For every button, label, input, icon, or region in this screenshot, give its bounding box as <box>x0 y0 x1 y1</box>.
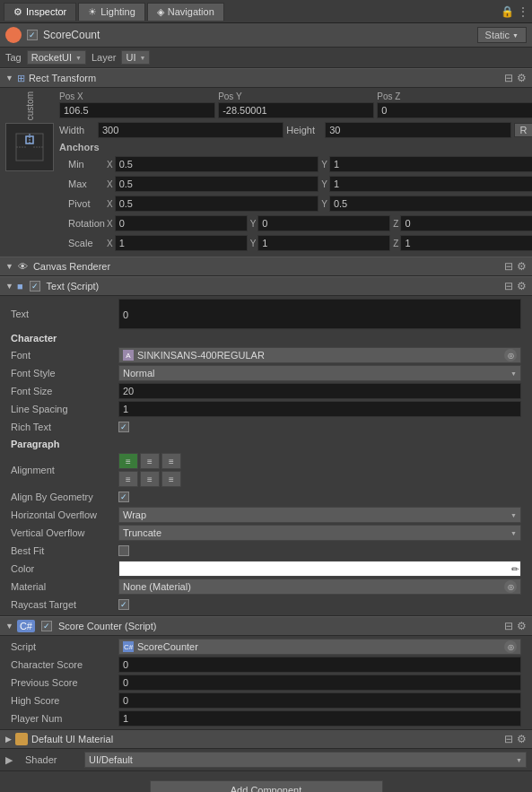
rich-text-checkbox[interactable] <box>118 422 129 432</box>
script-select-button[interactable]: ◎ <box>504 640 517 653</box>
rotation-z-input[interactable] <box>400 215 532 231</box>
high-score-input[interactable] <box>118 692 521 709</box>
align-bottom-right-btn[interactable]: ≡ <box>161 471 181 487</box>
font-size-label: Font Size <box>11 386 118 396</box>
pos-y-col: Pos Y <box>218 91 374 118</box>
lock-icon[interactable]: 🔒 <box>501 5 514 18</box>
align-top-left-btn[interactable]: ≡ <box>118 453 138 469</box>
best-fit-label: Best Fit <box>11 545 118 556</box>
material-select-button[interactable]: ◎ <box>504 580 517 593</box>
object-enabled-checkbox[interactable] <box>27 30 38 40</box>
canvas-renderer-menu-icon[interactable]: ⊟ <box>504 260 513 273</box>
canvas-renderer-settings-icon[interactable]: ⚙ <box>517 260 527 273</box>
shader-expand-icon[interactable]: ▶ <box>5 754 20 766</box>
default-ui-material-section-header[interactable]: ▶ Default UI Material ⊟ ⚙ <box>0 730 532 749</box>
pos-z-label: Pos Z <box>377 91 532 101</box>
pos-y-input[interactable] <box>218 102 374 118</box>
color-field[interactable]: ✏ <box>118 561 521 577</box>
player-num-input[interactable] <box>118 710 521 727</box>
pivot-y-input[interactable] <box>329 196 532 212</box>
horizontal-overflow-dropdown[interactable]: Wrap <box>118 507 521 523</box>
material-field[interactable]: None (Material) ◎ <box>118 579 521 595</box>
anchor-min-y-input[interactable] <box>329 156 532 172</box>
static-button[interactable]: Static ▼ <box>477 27 527 43</box>
alignment-row: Alignment ≡ ≡ ≡ ≡ ≡ ≡ <box>5 452 527 488</box>
add-component-button[interactable]: Add Component <box>150 780 383 792</box>
anchor-max-y-input[interactable] <box>329 176 532 192</box>
scale-z-input[interactable] <box>400 235 532 251</box>
default-ui-material-menu-icon[interactable]: ⊟ <box>504 733 513 745</box>
score-counter-menu-icon[interactable]: ⊟ <box>504 620 513 632</box>
font-style-dropdown[interactable]: Normal <box>118 365 521 381</box>
tab-lighting[interactable]: ☀ Lighting <box>78 3 145 21</box>
character-header: Character <box>5 330 527 346</box>
pos-z-input[interactable] <box>377 102 532 118</box>
anchor-preset-icon[interactable] <box>5 123 54 171</box>
add-component-area: Add Component <box>0 771 532 792</box>
canvas-renderer-eye-icon[interactable]: 👁 <box>17 260 30 273</box>
text-script-settings-icon[interactable]: ⚙ <box>517 280 527 292</box>
align-top-right-btn[interactable]: ≡ <box>161 453 181 469</box>
canvas-renderer-collapse-icon: ▼ <box>5 262 13 271</box>
score-counter-enabled-checkbox[interactable] <box>41 621 52 631</box>
font-style-label: Font Style <box>11 368 118 379</box>
vertical-overflow-dropdown[interactable]: Truncate <box>118 525 521 541</box>
tag-dropdown[interactable]: RocketUI <box>27 50 86 65</box>
navigation-tab-icon: ◈ <box>157 6 164 18</box>
pos-x-input[interactable] <box>59 102 215 118</box>
more-icon[interactable]: ⋮ <box>518 5 528 18</box>
score-counter-header-actions: ⊟ ⚙ <box>504 620 527 632</box>
line-spacing-label: Line Spacing <box>11 404 118 414</box>
align-bottom-center-btn[interactable]: ≡ <box>140 471 160 487</box>
align-bottom-left-btn[interactable]: ≡ <box>118 471 138 487</box>
anchors-label: Anchors <box>59 142 109 152</box>
canvas-renderer-section-header[interactable]: ▼ 👁 Canvas Renderer ⊟ ⚙ <box>0 257 532 276</box>
align-by-geometry-checkbox[interactable] <box>118 492 129 502</box>
anchor-max-x-input[interactable] <box>115 176 319 192</box>
paragraph-header: Paragraph <box>5 436 527 452</box>
rect-transform-right: Pos X Pos Y Pos Z Width Height R Anchors <box>59 91 532 253</box>
font-field[interactable]: A SINKINSANS-400REGULAR ◎ <box>118 347 521 363</box>
default-ui-material-settings-icon[interactable]: ⚙ <box>517 733 527 745</box>
rotation-y-input[interactable] <box>257 215 390 231</box>
text-script-enabled-checkbox[interactable] <box>30 281 40 292</box>
script-field[interactable]: C# ScoreCounter ◎ <box>118 639 521 655</box>
text-script-menu-icon[interactable]: ⊟ <box>504 280 513 292</box>
line-spacing-row: Line Spacing <box>5 400 527 418</box>
font-size-input[interactable] <box>118 383 521 399</box>
score-counter-section-header[interactable]: ▼ C# Score Counter (Script) ⊟ ⚙ <box>0 616 532 636</box>
raycast-target-checkbox[interactable] <box>118 599 129 610</box>
width-input[interactable] <box>98 122 283 138</box>
text-script-section-header[interactable]: ▼ ■ Text (Script) ⊟ ⚙ <box>0 276 532 296</box>
rotation-x-input[interactable] <box>115 215 248 231</box>
material-label: Material <box>11 581 118 592</box>
rect-transform-section-header[interactable]: ▼ ⊞ Rect Transform ⊟ ⚙ <box>0 68 532 88</box>
shader-dropdown[interactable]: UI/Default <box>84 752 527 768</box>
pivot-x-input[interactable] <box>115 196 319 212</box>
anchor-min-x-input[interactable] <box>115 156 319 172</box>
font-select-button[interactable]: ◎ <box>504 349 517 361</box>
character-score-input[interactable] <box>118 657 521 673</box>
previous-score-label: Previous Score <box>11 677 118 688</box>
r-button[interactable]: R <box>514 123 533 137</box>
inspector-tab-icon: ⚙ <box>13 6 22 18</box>
scale-x-input[interactable] <box>115 235 248 251</box>
rect-transform-menu-icon[interactable]: ⊟ <box>504 72 513 84</box>
layer-dropdown[interactable]: UI <box>121 50 150 65</box>
rect-transform-settings-icon[interactable]: ⚙ <box>517 72 527 84</box>
height-input[interactable] <box>325 122 510 138</box>
lighting-tab-label: Lighting <box>100 6 135 17</box>
align-top-center-btn[interactable]: ≡ <box>140 453 160 469</box>
character-score-row: Character Score <box>5 656 527 674</box>
tab-inspector[interactable]: ⚙ Inspector <box>4 3 76 21</box>
tab-navigation[interactable]: ◈ Navigation <box>147 3 224 21</box>
best-fit-checkbox[interactable] <box>118 545 129 556</box>
font-value: SINKINSANS-400REGULAR <box>137 350 501 361</box>
scale-y-input[interactable] <box>257 235 390 251</box>
text-script-header-actions: ⊟ ⚙ <box>504 280 527 292</box>
line-spacing-input[interactable] <box>118 401 521 417</box>
text-input[interactable] <box>118 299 521 329</box>
score-counter-settings-icon[interactable]: ⚙ <box>517 620 527 632</box>
previous-score-input[interactable] <box>118 675 521 691</box>
horizontal-overflow-value: Wrap <box>123 509 146 520</box>
